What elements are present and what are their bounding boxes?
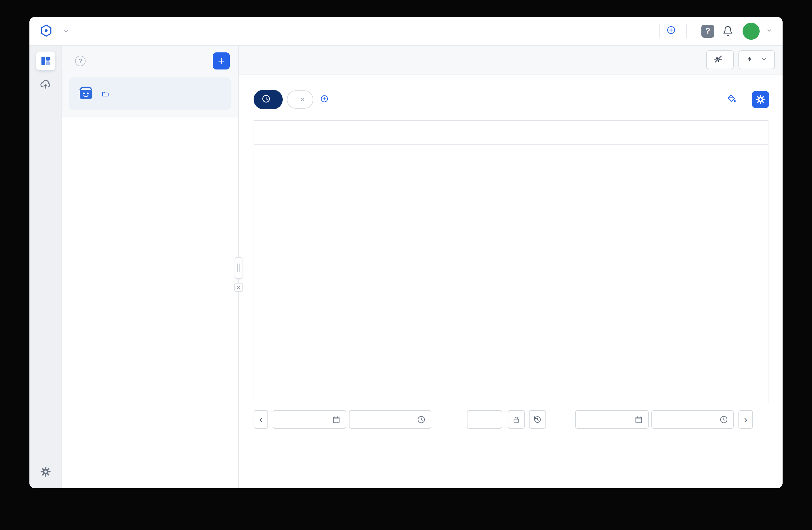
view-title: [238, 46, 706, 74]
contexthub-logo-icon: [40, 24, 53, 39]
clock-icon[interactable]: [417, 416, 425, 424]
range-field[interactable]: [467, 410, 502, 429]
sidebar-resize-handle[interactable]: [235, 257, 243, 279]
collapse-sidebar-button[interactable]: ✕: [234, 283, 243, 292]
user-menu[interactable]: [764, 27, 772, 36]
actions-button[interactable]: [738, 50, 775, 69]
icon-rail: [29, 46, 62, 488]
live-button[interactable]: [706, 50, 734, 69]
paint-bucket-icon: [727, 94, 736, 106]
calendar-icon[interactable]: [635, 416, 643, 424]
step-forward-button[interactable]: ›: [738, 410, 753, 429]
notifications-button[interactable]: [721, 24, 735, 38]
circle-plus-icon: [667, 26, 676, 37]
chart-settings-button[interactable]: [752, 91, 769, 108]
help-button[interactable]: ?: [701, 25, 714, 38]
work-organizer-icon: [77, 84, 95, 103]
add-view-button[interactable]: +: [213, 52, 230, 69]
remove-filter-icon[interactable]: ×: [300, 95, 305, 104]
gantt-time-axis: [371, 121, 768, 144]
chevron-down-icon[interactable]: [63, 28, 70, 34]
component-filter-pill[interactable]: ×: [287, 90, 313, 109]
divider: [686, 24, 687, 38]
settings-rail-button[interactable]: [36, 462, 55, 481]
chevron-down-icon: [761, 55, 767, 65]
clock-icon[interactable]: [720, 416, 728, 424]
gear-icon: [755, 94, 766, 105]
top-navbar: ?: [29, 17, 783, 46]
filter-bar: ×: [253, 90, 769, 109]
circle-plus-icon: [320, 95, 328, 104]
avatar[interactable]: [742, 23, 760, 40]
cloud-upload-button[interactable]: [36, 74, 55, 93]
lightning-icon: [746, 55, 754, 65]
lock-icon: [512, 416, 520, 423]
history-icon: [533, 416, 542, 424]
calendar-icon[interactable]: [332, 416, 340, 424]
main-panel: ×: [238, 46, 783, 488]
live-off-icon: [714, 55, 723, 65]
lock-button[interactable]: [508, 410, 525, 429]
gantt-chart: [253, 120, 768, 404]
help-circle-icon[interactable]: ?: [75, 56, 86, 66]
history-button[interactable]: [529, 410, 546, 429]
start-date-field[interactable]: [273, 410, 346, 429]
gear-icon: [40, 466, 52, 478]
add-context-item-button[interactable]: [667, 26, 679, 37]
saved-views-link[interactable]: [102, 90, 112, 99]
sidebar: ? +: [62, 46, 238, 488]
gantt-header: [254, 121, 768, 144]
chevron-down-icon: [766, 27, 772, 36]
workspace-card[interactable]: [69, 78, 231, 110]
cloud-upload-icon: [40, 78, 52, 90]
formatting-button[interactable]: [727, 94, 740, 106]
app-logo[interactable]: [40, 24, 70, 39]
clock-icon: [262, 95, 270, 105]
bell-icon: [722, 26, 734, 37]
step-back-button[interactable]: ‹: [253, 410, 268, 429]
end-time-field[interactable]: [651, 410, 734, 429]
divider: [659, 24, 659, 38]
folder-icon: [102, 90, 109, 99]
event-filter-pill[interactable]: [253, 90, 283, 109]
view-tabbar: [238, 46, 783, 74]
views-panel-button[interactable]: [36, 52, 55, 70]
layout-icon: [40, 55, 51, 67]
add-filter-button[interactable]: [320, 95, 331, 104]
start-time-field[interactable]: [349, 410, 431, 429]
timeline-controls: ‹: [253, 410, 783, 429]
app-window: ? ? +: [29, 17, 783, 488]
end-date-field[interactable]: [575, 410, 649, 429]
sidebar-header-area: ? +: [62, 46, 238, 117]
gantt-rows: [254, 144, 768, 404]
